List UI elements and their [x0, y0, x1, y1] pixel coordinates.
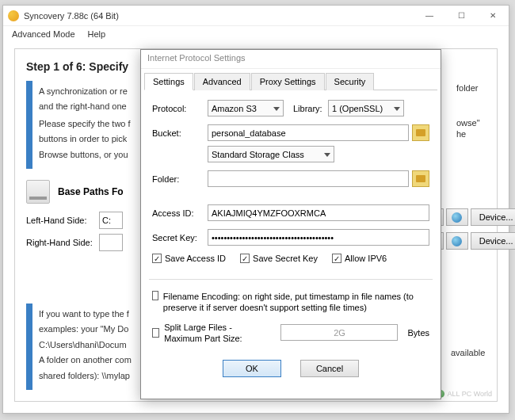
- access-id-input[interactable]: [208, 204, 429, 221]
- device-button-left[interactable]: Device...: [471, 208, 515, 226]
- split-large-label: Split Large Files - Maximum Part Size:: [164, 322, 271, 345]
- folder-label: Folder:: [152, 174, 208, 184]
- watermark-text: ALL PC World: [447, 390, 492, 398]
- folder-icon: [416, 129, 425, 136]
- app-icon: [8, 10, 19, 21]
- right-side-label: Right-Hand Side:: [26, 238, 99, 247]
- allow-ipv6-checkbox[interactable]: ✓Allow IPV6: [332, 254, 387, 263]
- tab-settings[interactable]: Settings: [144, 73, 193, 90]
- secret-key-label: Secret Key:: [152, 233, 208, 242]
- library-label: Library:: [293, 104, 328, 113]
- library-combo[interactable]: 1 (OpenSSL): [328, 100, 404, 116]
- dialog-body: Protocol: Amazon S3 Library: 1 (OpenSSL)…: [141, 90, 441, 387]
- menubar: Advanced Mode Help: [3, 26, 509, 42]
- bytes-label: Bytes: [407, 327, 429, 338]
- split-large-checkbox[interactable]: [152, 328, 159, 338]
- tab-advanced[interactable]: Advanced: [194, 73, 250, 90]
- bucket-label: Bucket:: [152, 128, 208, 138]
- bucket-browse-button[interactable]: [412, 124, 429, 141]
- storage-class-combo[interactable]: Standard Storage Class: [208, 146, 334, 162]
- internet-protocol-dialog: Internet Protocol Settings Settings Adva…: [140, 49, 441, 399]
- checkbox-icon: [152, 291, 158, 300]
- save-access-checkbox[interactable]: ✓Save Access ID: [152, 254, 226, 263]
- ok-button[interactable]: OK: [223, 360, 281, 377]
- overflow-text: owse": [456, 118, 480, 128]
- separator: [149, 279, 433, 280]
- menu-help[interactable]: Help: [82, 28, 113, 40]
- tab-security[interactable]: Security: [326, 73, 375, 90]
- titlebar: Syncovery 7.88c (64 Bit) — ☐ ✕: [3, 6, 509, 26]
- watermark: ALL PC World: [437, 390, 492, 398]
- globe-icon: [452, 212, 462, 223]
- filename-encoding-checkbox[interactable]: Filename Encoding: on right side, put ti…: [152, 291, 429, 314]
- internet-button-left[interactable]: [446, 208, 468, 226]
- tab-proxy[interactable]: Proxy Settings: [251, 73, 325, 90]
- base-paths-label: Base Paths Fo: [58, 186, 124, 197]
- overflow-text: he: [456, 129, 466, 139]
- left-side-input[interactable]: [99, 212, 123, 229]
- drive-icon: [26, 180, 50, 204]
- right-side-input[interactable]: [99, 234, 123, 251]
- maximize-button[interactable]: ☐: [445, 6, 477, 26]
- cancel-button[interactable]: Cancel: [300, 360, 359, 377]
- checkbox-icon: ✓: [240, 254, 250, 263]
- globe-icon: [452, 236, 462, 246]
- window-title: Syncovery 7.88c (64 Bit): [24, 11, 414, 21]
- device-button-right[interactable]: Device...: [471, 232, 515, 250]
- dialog-title: Internet Protocol Settings: [141, 50, 441, 69]
- minimize-button[interactable]: —: [414, 6, 445, 26]
- checkbox-icon: ✓: [152, 254, 162, 263]
- folder-browse-button[interactable]: [412, 170, 429, 187]
- split-large-files-row: Split Large Files - Maximum Part Size: B…: [152, 322, 429, 345]
- checkbox-icon: ✓: [332, 254, 341, 263]
- close-button[interactable]: ✕: [477, 6, 509, 26]
- overflow-text: folder: [456, 83, 479, 93]
- protocol-combo[interactable]: Amazon S3: [208, 100, 284, 116]
- secret-key-input[interactable]: [208, 229, 429, 246]
- left-side-label: Left-Hand Side:: [26, 216, 99, 225]
- bucket-input[interactable]: [208, 124, 409, 141]
- overflow-text: available: [451, 348, 485, 357]
- split-size-input[interactable]: [280, 324, 398, 341]
- protocol-label: Protocol:: [152, 104, 208, 113]
- menu-advanced-mode[interactable]: Advanced Mode: [6, 28, 82, 40]
- tab-strip: Settings Advanced Proxy Settings Securit…: [144, 72, 437, 90]
- folder-icon: [416, 175, 425, 182]
- internet-button-right[interactable]: [446, 232, 468, 250]
- access-id-label: Access ID:: [152, 208, 208, 218]
- folder-input[interactable]: [208, 170, 409, 187]
- save-secret-checkbox[interactable]: ✓Save Secret Key: [240, 254, 318, 263]
